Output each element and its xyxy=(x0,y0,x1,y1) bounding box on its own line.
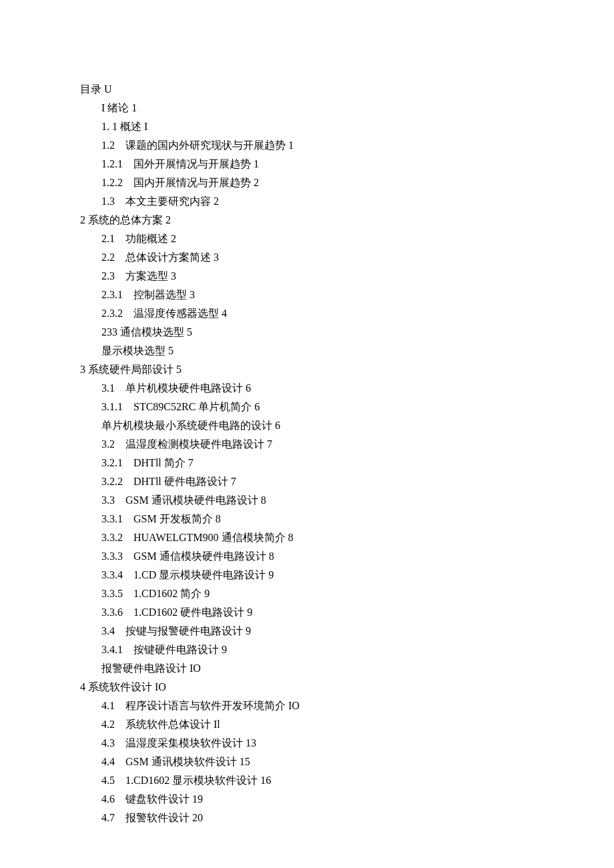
toc-entry: 3.4 按键与报警硬件电路设计 9 xyxy=(101,622,534,640)
toc-entry: 单片机模块最小系统硬件电路的设计 6 xyxy=(101,416,534,435)
toc-entry: 4.7 报警软件设计 20 xyxy=(101,809,534,827)
toc-entry: 233 通信模块选型 5 xyxy=(101,323,534,342)
toc-entry: 4.6 键盘软件设计 19 xyxy=(101,790,534,809)
toc-entry: 3.3.3 GSM 通信模块硬件电路设计 8 xyxy=(101,547,534,566)
toc-entry: 3.2.1 DHTll 简介 7 xyxy=(101,454,534,472)
toc-entry: 3.4.1 按键硬件电路设计 9 xyxy=(101,640,534,659)
toc-entry: 2.2 总体设计方案简述 3 xyxy=(101,248,534,267)
toc-entry: 3.3.5 1.CD1602 简介 9 xyxy=(101,584,534,603)
toc-entry: 3.2 温湿度检测模块硬件电路设计 7 xyxy=(101,435,534,454)
toc-entry: 1.2.1 国外开展情况与开展趋势 1 xyxy=(101,155,534,173)
toc-entry: 3.3.6 1.CD1602 硬件电路设计 9 xyxy=(101,603,534,622)
toc-entry: 2.3 方案选型 3 xyxy=(101,267,534,286)
table-of-contents: 目录 UI 绪论 11. 1 概述 I1.2 课题的国内外研究现状与开展趋势 1… xyxy=(80,80,534,827)
toc-entry: 1. 1 概述 I xyxy=(101,117,534,136)
toc-entry: 4.1 程序设计语言与软件开发环境简介 IO xyxy=(101,697,534,715)
toc-entry: 目录 U xyxy=(80,80,534,99)
toc-entry: 4.4 GSM 通讯模块软件设计 15 xyxy=(101,753,534,771)
toc-entry: 1.2 课题的国内外研究现状与开展趋势 1 xyxy=(101,136,534,155)
toc-entry: 3.3.1 GSM 开发板简介 8 xyxy=(101,510,534,528)
toc-entry: 2.3.2 温湿度传感器选型 4 xyxy=(101,304,534,323)
toc-entry: 3.3.2 HUAWELGTM900 通信模块简介 8 xyxy=(101,528,534,547)
toc-entry: 显示模块选型 5 xyxy=(101,342,534,360)
toc-entry: 4.2 系统软件总体设计 Il xyxy=(101,715,534,734)
toc-entry: 3.3 GSM 通讯模块硬件电路设计 8 xyxy=(101,491,534,510)
toc-entry: 2 系统的总体方案 2 xyxy=(80,211,534,230)
toc-entry: 2.1 功能概述 2 xyxy=(101,230,534,248)
toc-entry: 2.3.1 控制器选型 3 xyxy=(101,286,534,304)
toc-entry: 1.2.2 国内开展情况与开展趋势 2 xyxy=(101,173,534,192)
toc-entry: 3.1.1 STC89C52RC 单片机简介 6 xyxy=(101,398,534,416)
toc-entry: 3.3.4 1.CD 显示模块硬件电路设计 9 xyxy=(101,566,534,584)
toc-entry: 3 系统硬件局部设计 5 xyxy=(80,360,534,379)
toc-entry: 4 系统软件设计 IO xyxy=(80,678,534,697)
toc-entry: 3.2.2 DHTll 硬件电路设计 7 xyxy=(101,472,534,491)
toc-entry: 4.3 温湿度采集模块软件设计 13 xyxy=(101,734,534,753)
toc-entry: 1.3 本文主要研究内容 2 xyxy=(101,192,534,211)
toc-entry: 3.1 单片机模块硬件电路设计 6 xyxy=(101,379,534,398)
toc-entry: I 绪论 1 xyxy=(101,99,534,117)
toc-entry: 报警硬件电路设计 IO xyxy=(101,659,534,678)
toc-entry: 4.5 1.CD1602 显示模块软件设计 16 xyxy=(101,771,534,790)
